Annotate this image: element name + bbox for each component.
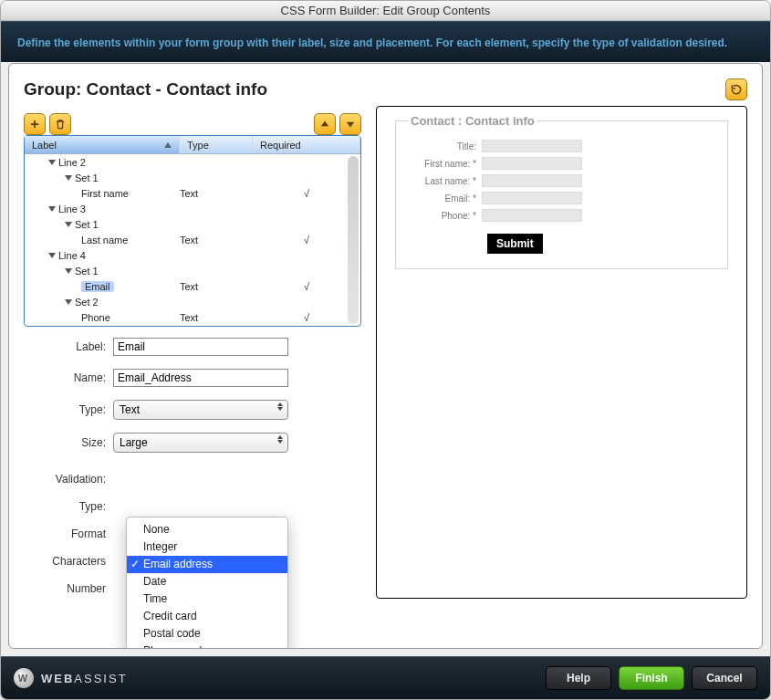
size-label: Size: (49, 436, 113, 449)
preview-field-row: First name: * (409, 157, 714, 170)
tree-row-required: √ (253, 235, 360, 246)
group-title: Group: Contact - Contact info (24, 79, 267, 99)
tree-row[interactable]: Last nameText√ (25, 232, 360, 247)
validation-type-dropdown[interactable]: NoneIntegerEmail addressDateTimeCredit c… (126, 517, 288, 649)
preview-field-input (482, 157, 582, 170)
move-up-button[interactable] (314, 113, 336, 135)
disclosure-icon[interactable] (65, 268, 72, 274)
dropdown-option[interactable]: Phone number (127, 643, 287, 649)
name-input[interactable] (113, 369, 288, 387)
preview-field-label: Phone: * (409, 211, 482, 221)
form-preview: Contact : Contact info Title:First name:… (376, 106, 747, 599)
plus-icon (28, 118, 41, 131)
preview-field-row: Phone: * (409, 209, 714, 222)
disclosure-icon[interactable] (65, 175, 72, 181)
delete-button[interactable] (49, 113, 71, 135)
tree-body[interactable]: Line 2Set 1First nameText√Line 3Set 1Las… (25, 154, 360, 326)
type-select[interactable]: Text (113, 400, 288, 420)
size-select[interactable]: Large (113, 433, 288, 453)
window-title: CSS Form Builder: Edit Group Contents (1, 1, 770, 21)
type-label: Type: (49, 403, 113, 416)
dropdown-option[interactable]: Credit card (127, 608, 287, 625)
tree-row[interactable]: Set 1 (25, 263, 360, 278)
tree-row-label: Line 4 (58, 250, 86, 261)
tree-row[interactable]: Line 3 (25, 201, 360, 216)
preview-submit-button: Submit (487, 234, 543, 254)
preview-field-input (482, 140, 582, 152)
dropdown-option[interactable]: Email address (127, 556, 287, 573)
tree-row[interactable]: EmailText√ (25, 278, 360, 294)
tree-row-required: √ (253, 312, 360, 323)
tree-row-type: Text (180, 235, 253, 246)
dropdown-option[interactable]: Date (127, 573, 287, 590)
validation-label: Validation: (49, 473, 113, 486)
tree-row-label: Last name (81, 235, 128, 246)
tree-row-label: Set 1 (75, 172, 99, 183)
tree-row-label: Line 3 (58, 204, 86, 214)
refresh-icon (730, 83, 743, 96)
tree-header: Label Type Required (25, 136, 360, 154)
tree-row-label: Phone (81, 312, 110, 323)
tree-row-label: Set 2 (75, 297, 99, 308)
tree-row[interactable]: Set 1 (25, 170, 360, 185)
preview-field-input (482, 174, 582, 187)
dropdown-option[interactable]: Time (127, 590, 287, 608)
name-label: Name: (49, 371, 113, 384)
instruction-text: Define the elements within your form gro… (1, 21, 770, 62)
preview-field-input (482, 192, 582, 204)
preview-legend: Contact : Contact info (409, 114, 537, 128)
dropdown-option[interactable]: Integer (127, 538, 287, 556)
dropdown-option[interactable]: Postal code (127, 625, 287, 643)
format-label: Format (49, 528, 113, 540)
cancel-button[interactable]: Cancel (692, 666, 757, 690)
tree-row-type: Text (180, 281, 253, 292)
preview-field-row: Last name: * (409, 174, 714, 187)
brand-logo: W WEBASSIST (14, 668, 128, 688)
tree-row-label: Set 1 (75, 219, 99, 230)
col-label[interactable]: Label (25, 136, 180, 153)
tree-row-label: Line 2 (58, 157, 86, 168)
disclosure-icon[interactable] (65, 222, 72, 227)
add-button[interactable] (24, 113, 46, 135)
disclosure-icon[interactable] (65, 299, 72, 305)
label-label: Label: (49, 340, 113, 353)
col-required[interactable]: Required (253, 136, 360, 153)
disclosure-icon[interactable] (48, 160, 56, 165)
sort-asc-icon (164, 142, 172, 148)
tree-row[interactable]: Line 4 (25, 247, 360, 263)
preview-field-row: Email: * (409, 192, 714, 204)
element-tree[interactable]: Label Type Required Line 2Set 1First nam… (24, 135, 361, 327)
col-type[interactable]: Type (180, 136, 253, 153)
preview-field-input (482, 209, 582, 222)
characters-label: Characters (49, 555, 113, 568)
finish-button[interactable]: Finish (619, 666, 684, 690)
tree-row[interactable]: Set 1 (25, 216, 360, 232)
arrow-up-icon (318, 118, 331, 131)
footer-bar: W WEBASSIST Help Finish Cancel (1, 656, 770, 699)
tree-row-required: √ (253, 281, 360, 292)
tree-row-required: √ (253, 188, 360, 199)
label-input[interactable] (113, 338, 288, 356)
preview-field-row: Title: (409, 140, 714, 152)
preview-field-label: Last name: * (409, 176, 482, 186)
dialog-window: CSS Form Builder: Edit Group Contents De… (0, 0, 771, 700)
tree-row-label: Email (81, 281, 114, 292)
content-panel: Group: Contact - Contact info Label Type (8, 63, 763, 649)
dropdown-option[interactable]: None (127, 521, 287, 538)
refresh-button[interactable] (725, 78, 747, 100)
tree-row[interactable]: Line 2 (25, 154, 360, 170)
logo-icon: W (14, 668, 34, 688)
preview-field-label: Email: * (409, 193, 482, 204)
number-label: Number (49, 582, 113, 595)
disclosure-icon[interactable] (48, 253, 56, 258)
tree-row[interactable]: First nameText√ (25, 185, 360, 201)
preview-field-label: First name: * (409, 159, 482, 169)
tree-row-label: Set 1 (75, 266, 99, 277)
preview-field-label: Title: (409, 141, 482, 151)
disclosure-icon[interactable] (48, 206, 56, 212)
tree-row[interactable]: Set 2 (25, 294, 360, 309)
tree-row-label: First name (81, 188, 129, 199)
move-down-button[interactable] (339, 113, 361, 135)
tree-row[interactable]: PhoneText√ (25, 309, 360, 325)
help-button[interactable]: Help (546, 666, 611, 690)
